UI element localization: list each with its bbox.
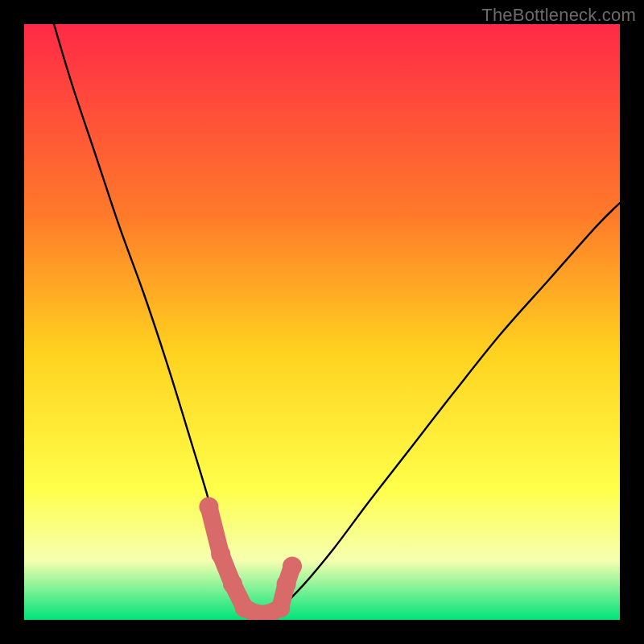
plot-area <box>24 24 620 620</box>
bottleneck-chart <box>24 24 620 620</box>
marker-dot <box>211 545 230 564</box>
gradient-background <box>24 24 620 620</box>
watermark-text: TheBottleneck.com <box>481 5 636 26</box>
marker-dot <box>199 497 218 516</box>
marker-dot <box>270 598 290 617</box>
marker-dot <box>283 556 302 576</box>
marker-dot <box>277 575 296 594</box>
marker-dot <box>223 575 242 594</box>
chart-frame: TheBottleneck.com <box>0 0 644 644</box>
